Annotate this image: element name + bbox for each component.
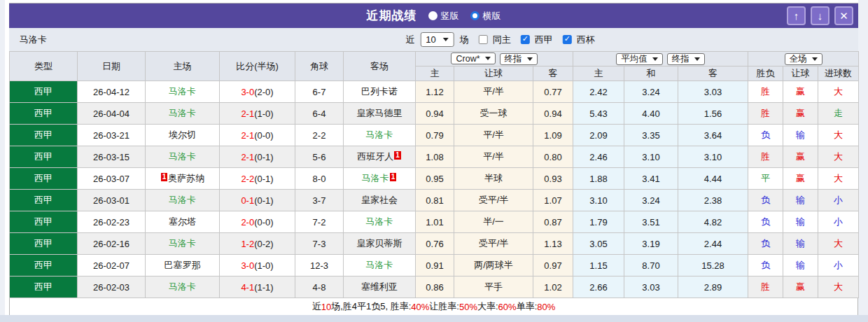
handicap-odds-cell: 0.87 (533, 211, 573, 233)
chevron-down-icon (812, 57, 818, 61)
league-badge: 西甲 (10, 146, 78, 168)
handicap-odds-cell: 1.08 (416, 146, 454, 168)
summary-segment: 50% (459, 302, 477, 312)
odds-source-select[interactable]: 终指 (667, 53, 705, 65)
average-odds-cell: 3.03 (624, 276, 678, 298)
away-team-name: 皇家马德里 (357, 108, 402, 118)
result-cell: 负 (748, 190, 783, 211)
half-time-score: (0-2) (254, 239, 273, 249)
home-team-cell: 巴塞罗那 (146, 255, 220, 276)
radio-selected-icon[interactable] (470, 11, 479, 20)
home-team-name: 马洛卡 (169, 108, 196, 118)
move-down-button[interactable]: ↓ (811, 6, 830, 25)
column-header: 客 (678, 66, 748, 81)
select-value: 10 (426, 34, 435, 45)
handicap-odds-cell: 0.76 (416, 233, 454, 255)
away-team-name: 塞维利亚 (361, 281, 398, 292)
checkbox-cup[interactable] (563, 35, 572, 44)
table-row: 西甲26-03-21埃尔切2-1(0-0)2-2马洛卡0.79平/半1.092.… (10, 125, 859, 146)
table-row: 西甲26-03-01马洛卡0-1(0-1)3-7皇家社会0.81受平/半1.07… (10, 190, 859, 211)
full-time-score: 2-1 (241, 152, 254, 162)
recent-count-select[interactable]: 10 (420, 32, 454, 47)
full-time-score: 2-1 (241, 130, 254, 141)
move-up-button[interactable]: ↑ (787, 6, 806, 25)
column-header: 日期 (78, 52, 146, 81)
table-row: 西甲26-03-15马洛卡2-1(0-1)5-6西班牙人11.08平/半0.80… (10, 146, 859, 168)
odds-group-header: 平均值终指 (573, 52, 748, 66)
handicap-odds-cell: 0.91 (416, 255, 454, 276)
result-cell: 输 (783, 233, 818, 255)
full-time-score: 2-2 (241, 174, 254, 184)
home-team-name: 巴塞罗那 (164, 260, 201, 270)
match-date: 26-03-21 (78, 125, 146, 146)
away-team-name: 皇家贝蒂斯 (357, 238, 402, 248)
team-name-label: 马洛卡 (20, 34, 47, 46)
result-cell: 赢 (783, 168, 818, 190)
summary-segment: 场,胜4平1负5, 胜率: (331, 300, 411, 313)
chevron-down-icon (652, 57, 658, 61)
result-cell: 大 (818, 168, 859, 190)
home-team-cell: 马洛卡 (146, 190, 220, 211)
match-date: 26-02-23 (78, 211, 146, 233)
filter-bar: 马洛卡 近 10 场 同主 西甲 西杯 (9, 28, 858, 51)
handicap-odds-cell: 受平/半 (454, 233, 533, 255)
away-team-cell: 皇家马德里 (344, 103, 416, 125)
away-team-name: 马洛卡 (366, 260, 393, 270)
average-odds-cell: 4.44 (678, 168, 748, 190)
full-time-score: 2-0 (241, 217, 254, 227)
checkbox-laliga[interactable] (521, 35, 530, 44)
table-row: 西甲26-04-12马洛卡3-0(2-0)6-7巴列卡诺1.12平/半0.772… (10, 81, 859, 103)
result-cell: 大 (818, 233, 859, 255)
odds-group-header: Crow*终指 (416, 52, 573, 66)
result-cell: 小 (818, 190, 859, 211)
away-team-name: 皇家社会 (361, 195, 398, 205)
average-odds-cell: 3.05 (573, 233, 624, 255)
away-team-name: 西班牙人 (357, 151, 393, 162)
away-team-name: 巴列卡诺 (361, 86, 398, 97)
average-odds-cell: 2.89 (678, 276, 748, 298)
close-button[interactable]: ✕ (834, 6, 853, 25)
match-date: 26-04-04 (78, 103, 146, 125)
checkbox-same-home[interactable] (479, 35, 488, 44)
away-team-cell: 皇家贝蒂斯 (344, 233, 416, 255)
league-badge: 西甲 (10, 81, 78, 103)
radio-label: 竖版 (441, 10, 459, 22)
odds-source-select[interactable]: 终指 (500, 53, 538, 65)
handicap-odds-cell: 0.93 (533, 168, 573, 190)
handicap-odds-cell: 0.94 (533, 103, 573, 125)
corners-cell: 7-3 (295, 233, 344, 255)
result-cell: 赢 (783, 103, 818, 125)
result-cell: 赢 (783, 276, 818, 298)
layout-radio-horizontal[interactable]: 横版 (470, 10, 501, 22)
corners-cell: 6-7 (295, 81, 344, 103)
away-team-cell: 皇家社会 (344, 190, 416, 211)
odds-source-select[interactable]: 平均值 (616, 53, 663, 65)
corners-cell: 12-3 (295, 255, 344, 276)
home-team-cell: 塞尔塔 (146, 211, 220, 233)
handicap-odds-cell: 两/两球半 (454, 255, 533, 276)
score-cell: 2-0(0-0) (220, 211, 295, 233)
average-odds-cell: 3.10 (624, 146, 678, 168)
title-bar: 近期战绩 竖版 横版 ↑ ↓ ✕ (9, 4, 858, 28)
home-team-cell: 埃尔切 (146, 125, 220, 146)
column-header: 角球 (295, 52, 344, 81)
average-odds-cell: 2.66 (573, 276, 624, 298)
panel-title: 近期战绩 (367, 8, 417, 24)
average-odds-cell: 3.24 (624, 190, 678, 211)
summary-segment: 单率: (517, 300, 538, 313)
home-team-name: 马洛卡 (169, 238, 196, 248)
table-head: 类型日期主场比分(半场)角球客场Crow*终指平均值终指全场主让球客主和客胜负让… (10, 52, 859, 81)
home-team-cell: 马洛卡 (146, 103, 220, 125)
result-cell: 胜 (748, 103, 783, 125)
odds-source-select[interactable]: Crow* (451, 52, 495, 64)
red-card-badge: 1 (390, 173, 397, 181)
average-odds-cell: 3.19 (624, 233, 678, 255)
average-odds-cell: 3.51 (624, 211, 678, 233)
corners-cell: 3-7 (295, 190, 344, 211)
half-time-score: (0-1) (254, 152, 273, 162)
layout-radio-vertical[interactable]: 竖版 (428, 10, 459, 22)
half-time-score: (1-0) (254, 260, 273, 271)
odds-source-select[interactable]: 全场 (785, 53, 822, 65)
result-cell: 走 (818, 103, 859, 125)
radio-icon[interactable] (428, 11, 438, 20)
